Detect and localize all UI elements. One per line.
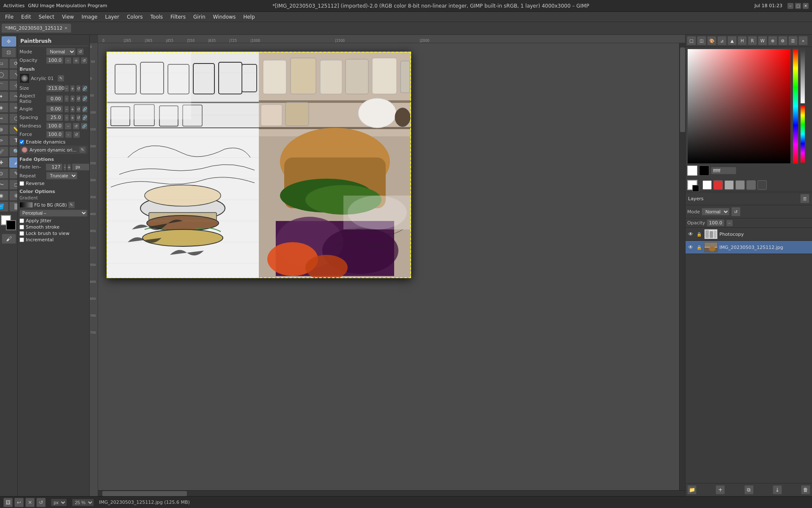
size-reset[interactable]: ↺ bbox=[76, 85, 81, 92]
align-tool-button[interactable]: ⊡ bbox=[2, 47, 16, 58]
spacing-value[interactable]: 25.0 bbox=[46, 114, 63, 121]
handle-transform-button[interactable]: ⊹ bbox=[9, 80, 18, 91]
image-container[interactable] bbox=[107, 52, 411, 278]
status-refresh-button[interactable]: ↺ bbox=[36, 498, 46, 507]
clone-tool-button[interactable]: ⊙ bbox=[0, 168, 8, 179]
rect-select-button[interactable]: ▭ bbox=[0, 58, 8, 69]
menu-tools[interactable]: Tools bbox=[147, 13, 167, 21]
color-tool-11[interactable]: ☰ bbox=[788, 36, 798, 45]
mode-reset-button[interactable]: ↺ bbox=[77, 48, 84, 55]
bucket-fill-button[interactable]: 🪣 bbox=[0, 202, 8, 212]
hue-slider[interactable] bbox=[793, 49, 798, 164]
hue-slider-2[interactable] bbox=[800, 105, 805, 163]
swatch-gray2[interactable] bbox=[735, 180, 745, 190]
hardness-value[interactable]: 100.0 bbox=[46, 122, 63, 130]
gradient-preview[interactable] bbox=[19, 202, 33, 208]
size-minus[interactable]: – bbox=[64, 85, 69, 92]
reverse-checkbox[interactable] bbox=[19, 181, 24, 186]
minimize-button[interactable]: – bbox=[787, 3, 793, 9]
opacity-value[interactable]: 100.0 bbox=[46, 57, 63, 64]
aspect-ratio-value[interactable]: 0.00 bbox=[46, 95, 63, 102]
menu-image[interactable]: Image bbox=[78, 13, 101, 21]
hardness-minus[interactable]: – bbox=[65, 123, 71, 130]
incremental-checkbox[interactable] bbox=[19, 237, 24, 242]
size-link[interactable]: 🔗 bbox=[82, 85, 88, 92]
color-gradient-box[interactable] bbox=[687, 49, 791, 164]
menu-help[interactable]: Help bbox=[240, 13, 258, 21]
angle-plus[interactable]: + bbox=[70, 106, 75, 113]
opacity-minus[interactable]: – bbox=[65, 57, 71, 64]
select-color-button[interactable]: ◈ bbox=[0, 102, 8, 113]
previous-color-preview[interactable] bbox=[699, 166, 709, 176]
unified-transform-button[interactable]: ⤡ bbox=[9, 69, 18, 80]
transform-tool-button[interactable]: ⟳ bbox=[9, 58, 18, 69]
opacity-reset[interactable]: ↺ bbox=[81, 57, 88, 64]
color-tool-5[interactable]: ▲ bbox=[727, 36, 737, 45]
layers-opacity-value[interactable]: 100.0 bbox=[707, 219, 724, 226]
ar-plus[interactable]: + bbox=[70, 95, 75, 102]
text-tool-button[interactable]: T bbox=[9, 135, 18, 146]
layers-mode-reset[interactable]: ↺ bbox=[731, 207, 741, 216]
blend-cs-select[interactable]: Perceptual – bbox=[19, 210, 88, 217]
zoom-select[interactable]: 25 % bbox=[72, 499, 94, 506]
menu-file[interactable]: File bbox=[2, 13, 17, 21]
brush-edit-button[interactable]: ✎ bbox=[58, 75, 64, 82]
menu-select[interactable]: Select bbox=[35, 13, 58, 21]
photocopy-visibility-button[interactable]: 👁 bbox=[687, 231, 694, 237]
swatch-gray1[interactable] bbox=[724, 180, 734, 190]
ar-minus[interactable]: – bbox=[64, 95, 69, 102]
photocopy-lock-button[interactable]: 🔒 bbox=[696, 231, 702, 237]
dodge-burn-button[interactable]: ⊕ bbox=[9, 190, 18, 201]
color-tool-8[interactable]: W bbox=[758, 36, 767, 45]
blur-tool-button[interactable]: ◉ bbox=[0, 190, 8, 201]
color-tool-4[interactable]: ⊿ bbox=[717, 36, 727, 45]
blend-tool-button[interactable]: ▒ bbox=[9, 202, 18, 212]
angle-value[interactable]: 0.00 bbox=[46, 105, 63, 113]
layer-item-photocopy[interactable]: 👁 🔒 Photocopy bbox=[686, 228, 812, 241]
spacing-minus[interactable]: – bbox=[64, 114, 69, 121]
dynamics-edit-button[interactable]: ✎ bbox=[79, 146, 86, 153]
image-canvas[interactable] bbox=[107, 52, 411, 278]
swatch-gray4[interactable] bbox=[757, 180, 767, 190]
fade-plus[interactable]: + bbox=[67, 164, 71, 171]
eraser-tool-button[interactable]: ◻ bbox=[9, 179, 18, 190]
layers-mode-select[interactable]: Normal bbox=[702, 208, 730, 215]
angle-minus[interactable]: – bbox=[64, 106, 69, 113]
fade-minus[interactable]: – bbox=[63, 164, 66, 171]
menu-filters[interactable]: Filters bbox=[167, 13, 189, 21]
color-tool-10[interactable]: ⚙ bbox=[778, 36, 787, 45]
duplicate-layer-button[interactable]: ⧉ bbox=[744, 485, 754, 494]
menu-windows[interactable]: Windows bbox=[210, 13, 239, 21]
fuzzy-select-button[interactable]: ✦ bbox=[0, 91, 8, 102]
color-tool-3[interactable]: 🎨 bbox=[707, 36, 716, 45]
fg-select-button[interactable]: ⊕ bbox=[0, 124, 8, 135]
fg-swatch[interactable] bbox=[687, 180, 697, 190]
zoom-tool-button[interactable]: 🔍 bbox=[9, 146, 18, 157]
new-layer-group-button[interactable]: 📁 bbox=[687, 485, 697, 494]
apply-jitter-checkbox[interactable] bbox=[19, 218, 24, 223]
spacing-plus[interactable]: + bbox=[70, 114, 75, 121]
enable-dynamics-checkbox[interactable] bbox=[19, 140, 24, 144]
alpha-slider[interactable] bbox=[800, 49, 805, 104]
status-new-image-button[interactable]: 🖼 bbox=[3, 498, 13, 507]
canvas-content[interactable] bbox=[98, 43, 685, 496]
ar-link[interactable]: 🔗 bbox=[82, 95, 88, 102]
menu-edit[interactable]: Edit bbox=[18, 13, 34, 21]
hex-input[interactable]: ffffff bbox=[711, 167, 736, 174]
scissors-tool-button[interactable]: ✂ bbox=[0, 113, 8, 124]
current-color-preview[interactable] bbox=[687, 166, 697, 176]
menu-layer[interactable]: Layer bbox=[102, 13, 122, 21]
color-tool-6[interactable]: H bbox=[738, 36, 747, 45]
menu-girin[interactable]: Girin bbox=[190, 13, 209, 21]
status-cancel-button[interactable]: ✕ bbox=[25, 498, 35, 507]
menu-view[interactable]: View bbox=[58, 13, 77, 21]
cage-transform-button[interactable]: ⬡ bbox=[9, 113, 18, 124]
new-layer-button[interactable]: + bbox=[716, 485, 725, 494]
h-scrollbar[interactable] bbox=[98, 490, 685, 496]
ellipse-select-button[interactable]: ◯ bbox=[0, 69, 8, 80]
opacity-plus[interactable]: + bbox=[73, 57, 80, 64]
layer-item-photo[interactable]: 👁 🔒 IMG_20230503_125112.jpg bbox=[686, 241, 812, 254]
h-scrollbar-thumb[interactable] bbox=[102, 491, 187, 496]
angle-link[interactable]: 🔗 bbox=[82, 106, 88, 113]
menu-colors[interactable]: Colors bbox=[123, 13, 146, 21]
